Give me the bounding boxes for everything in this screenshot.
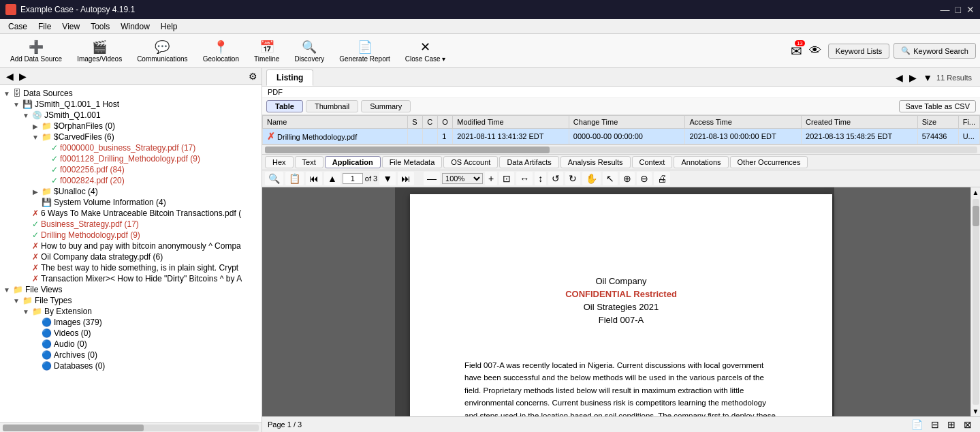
tree-item-archives[interactable]: 🔵 Archives (0) — [0, 350, 262, 360]
th-change[interactable]: Change Time — [569, 116, 685, 129]
tree-item-txmixer[interactable]: ✗ Transaction Mixer>< How to Hide "Dirty… — [0, 273, 262, 284]
tree-item-howtobuy[interactable]: ✗ How to buy and pay with bitcoin anonym… — [0, 241, 262, 251]
th-s[interactable]: S — [408, 116, 423, 129]
left-panel-hscroll[interactable] — [3, 425, 259, 431]
add-data-source-button[interactable]: ➕ Add Data Source — [4, 37, 68, 65]
table-row[interactable]: ✗ Drilling Methodology.pdf 1 2021-08-11 … — [263, 129, 980, 144]
tab-other-occurrences[interactable]: Other Occurrences — [730, 156, 808, 168]
th-c[interactable]: C — [423, 116, 438, 129]
tree-item-business-strategy[interactable]: ✓ Business_Strategy.pdf (17) — [0, 219, 262, 230]
tree-item-videos[interactable]: 🔵 Videos (0) — [0, 328, 262, 339]
tab-hex[interactable]: Hex — [265, 156, 294, 168]
pdf-next-page-button[interactable]: ▼ — [379, 172, 396, 185]
page-input[interactable] — [343, 173, 363, 184]
tab-nav-left-button[interactable]: ◀ — [894, 72, 905, 83]
table-tab[interactable]: Table — [266, 100, 303, 112]
menu-help[interactable]: Help — [155, 20, 183, 33]
pdf-zoom-out-button[interactable]: — — [424, 172, 440, 185]
pdf-rotate-cw-button[interactable]: ↻ — [565, 172, 580, 185]
tab-file-metadata[interactable]: File Metadata — [382, 156, 443, 168]
tree-item-orphan[interactable]: ▶ 📁 $OrphanFiles (0) — [0, 121, 262, 132]
settings-icon[interactable]: ⚙ — [249, 71, 257, 82]
tree-item-file-types[interactable]: ▼ 📁 File Types — [0, 295, 262, 306]
tab-context[interactable]: Context — [632, 156, 673, 168]
pdf-rotate-button[interactable]: ↺ — [548, 172, 563, 185]
tree-item-unalloc[interactable]: ▶ 📁 $Unalloc (4) — [0, 186, 262, 197]
pdf-select-button[interactable]: ↖ — [603, 172, 618, 185]
tab-text[interactable]: Text — [295, 156, 323, 168]
pdf-fit-page-button[interactable]: ⊡ — [499, 172, 514, 185]
timeline-button[interactable]: 📅 Timeline — [248, 37, 285, 65]
keyword-search-button[interactable]: 🔍 Keyword Search — [894, 43, 976, 59]
geolocation-button[interactable]: 📍 Geolocation — [197, 37, 245, 65]
menu-tools[interactable]: Tools — [85, 20, 115, 33]
pdf-first-page-button[interactable]: ⏮ — [306, 172, 322, 185]
th-file[interactable]: Fi... — [958, 116, 979, 129]
tree-item-data-sources[interactable]: ▼ 🗄 Data Sources — [0, 88, 262, 99]
pdf-zoom-in-button[interactable]: + — [485, 172, 497, 185]
tree-item-file-views[interactable]: ▼ 📁 File Views — [0, 284, 262, 295]
tree-item-oilcompany[interactable]: ✗ Oil Company data strategy.pdf (6) — [0, 251, 262, 262]
tree-item-bestway[interactable]: ✗ The best way to hide something, is in … — [0, 262, 262, 273]
th-modified[interactable]: Modified Time — [453, 116, 569, 129]
nav-back-button[interactable]: ◀ — [4, 71, 16, 82]
tree-item-f0002256[interactable]: ✓ f0002256.pdf (84) — [0, 164, 262, 175]
menu-view[interactable]: View — [57, 20, 85, 33]
tab-dropdown-button[interactable]: ▼ — [921, 72, 934, 83]
menu-file[interactable]: File — [33, 20, 57, 33]
minimize-button[interactable]: — — [941, 4, 950, 15]
tab-analysis-results[interactable]: Analysis Results — [560, 156, 631, 168]
pdf-print-button[interactable]: 🖨 — [654, 172, 670, 185]
tree-item-f0000000[interactable]: ✓ f0000000_business_Strategy.pdf (17) — [0, 142, 262, 153]
th-name[interactable]: Name — [263, 116, 408, 129]
communications-button[interactable]: 💬 Communications — [131, 37, 193, 65]
tree-item-by-extension[interactable]: ▼ 📁 By Extension — [0, 306, 262, 317]
pdf-page-icon-4[interactable]: ⊠ — [961, 418, 975, 431]
pdf-fit-width-button[interactable]: ↔ — [516, 172, 533, 185]
close-button[interactable]: ✕ — [966, 4, 975, 15]
tree-item-databases[interactable]: 🔵 Databases (0) — [0, 360, 262, 371]
images-videos-button[interactable]: 🎬 Images/Videos — [71, 37, 128, 65]
discovery-button[interactable]: 🔍 Discovery — [288, 37, 330, 65]
pdf-copy-button[interactable]: 📋 — [285, 172, 304, 185]
nav-forward-button[interactable]: ▶ — [17, 71, 29, 82]
pdf-last-page-button[interactable]: ⏭ — [398, 172, 414, 185]
th-size[interactable]: Size — [917, 116, 958, 129]
pdf-page-icon-3[interactable]: ⊞ — [945, 418, 958, 431]
th-o[interactable]: O — [438, 116, 453, 129]
tree-item-host[interactable]: ▼ 💾 JSmith_Q1.001_1 Host — [0, 99, 262, 110]
pdf-zoom-select[interactable]: 100% 75% 150% 200% — [442, 173, 483, 184]
generate-report-button[interactable]: 📄 Generate Report — [333, 37, 396, 65]
pdf-zoom-out2-button[interactable]: ⊖ — [637, 172, 652, 185]
summary-tab[interactable]: Summary — [361, 100, 411, 112]
menu-window[interactable]: Window — [115, 20, 155, 33]
pdf-hand-button[interactable]: ✋ — [582, 172, 601, 185]
tree-item-6ways[interactable]: ✗ 6 Ways To Make Untraceable Bitcoin Tra… — [0, 208, 262, 219]
listing-tab[interactable]: Listing — [266, 70, 313, 86]
tab-annotations[interactable]: Annotations — [674, 156, 728, 168]
menu-case[interactable]: Case — [3, 20, 33, 33]
tree-item-f0001128[interactable]: ✓ f0001128_Drilling_Methodology.pdf (9) — [0, 153, 262, 164]
close-case-button[interactable]: ✕ Close Case ▾ — [399, 37, 452, 65]
pdf-scroll-down-button[interactable]: ▼ — [971, 406, 980, 416]
tree-item-disk[interactable]: ▼ 💿 JSmith_Q1.001 — [0, 110, 262, 121]
tree-item-f0002824[interactable]: ✓ f0002824.pdf (20) — [0, 175, 262, 186]
keyword-lists-button[interactable]: Keyword Lists — [828, 44, 889, 59]
pdf-prev-page-button[interactable]: ▲ — [324, 172, 341, 185]
tab-application[interactable]: Application — [325, 156, 381, 168]
tree-item-audio[interactable]: 🔵 Audio (0) — [0, 339, 262, 350]
pdf-page-icon-2[interactable]: ⊟ — [928, 418, 942, 431]
pdf-page-icon-1[interactable]: 📄 — [908, 418, 926, 431]
tree-item-drilling[interactable]: ✓ Drilling Methodology.pdf (9) — [0, 230, 262, 241]
maximize-button[interactable]: □ — [955, 4, 961, 15]
tree-item-carved[interactable]: ▼ 📁 $CarvedFiles (6) — [0, 132, 262, 142]
tab-data-artifacts[interactable]: Data Artifacts — [499, 156, 558, 168]
thumbnail-tab[interactable]: Thumbnail — [306, 100, 358, 112]
pdf-vscrollbar[interactable]: ▲ ▼ — [970, 187, 980, 416]
th-created[interactable]: Created Time — [802, 116, 918, 129]
save-table-button[interactable]: Save Table as CSV — [899, 100, 976, 112]
table-hscrollbar[interactable] — [262, 144, 980, 154]
tree-item-sysvolinfo[interactable]: 💾 System Volume Information (4) — [0, 197, 262, 208]
pdf-search-button[interactable]: 🔍 — [265, 172, 283, 185]
tab-nav-right-button[interactable]: ▶ — [907, 72, 919, 83]
